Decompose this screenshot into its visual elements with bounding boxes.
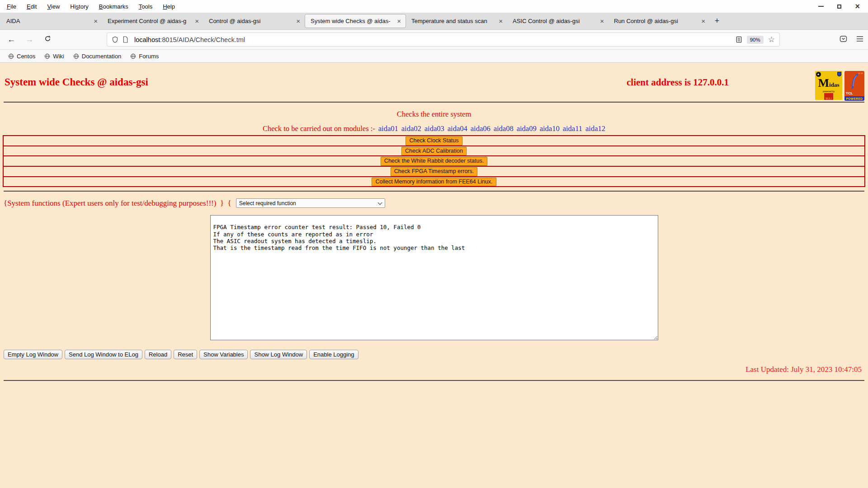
midas-powered-text: powered by bbox=[823, 90, 835, 93]
tab-close-icon[interactable]: × bbox=[496, 17, 505, 25]
tab-close-icon[interactable]: × bbox=[699, 17, 708, 25]
system-functions-row: {System functions (Expert users only for… bbox=[4, 198, 864, 208]
app-menu-icon[interactable] bbox=[856, 36, 863, 44]
action-button-enable-logging[interactable]: Enable Logging bbox=[309, 350, 358, 359]
check-row: Check the White Rabbit decoder status. bbox=[3, 156, 865, 166]
tcl-powered-logo: ”” TCL POWERED bbox=[844, 71, 864, 101]
tab-title: System wide Checks @ aidas- bbox=[311, 18, 395, 24]
module-link-aida01[interactable]: aida01 bbox=[378, 124, 398, 133]
log-window[interactable]: FPGA Timestamp error counter test result… bbox=[210, 215, 658, 340]
check-button-1[interactable]: Check Clock Status bbox=[406, 136, 462, 145]
tab-strip: AIDA×Experiment Control @ aidas-g×Contro… bbox=[1, 13, 710, 29]
check-button-4[interactable]: Check FPGA Timestamp errors. bbox=[391, 167, 477, 176]
module-link-aida03[interactable]: aida03 bbox=[425, 124, 444, 133]
module-link-aida02[interactable]: aida02 bbox=[401, 124, 421, 133]
menu-item-tools[interactable]: Tools bbox=[135, 1, 156, 12]
bookmark-label: Forums bbox=[139, 53, 159, 60]
check-row: Check FPGA Timestamp errors. bbox=[3, 166, 865, 177]
bookmark-label: Centos bbox=[17, 53, 35, 60]
zoom-level-indicator[interactable]: 90% bbox=[747, 36, 764, 44]
function-select[interactable]: Select required function bbox=[236, 198, 385, 208]
action-button-show-variables[interactable]: Show Variables bbox=[199, 350, 248, 359]
module-link-aida10[interactable]: aida10 bbox=[540, 124, 560, 133]
tab-7[interactable]: Run Control @ aidas-gsi× bbox=[609, 13, 710, 29]
divider bbox=[4, 380, 864, 381]
nav-buttons: ← → bbox=[4, 35, 55, 44]
toolbar-right-icons bbox=[840, 30, 863, 50]
pocket-icon[interactable] bbox=[840, 35, 847, 44]
tab-4[interactable]: System wide Checks @ aidas-× bbox=[305, 14, 406, 28]
module-link-aida04[interactable]: aida04 bbox=[448, 124, 467, 133]
maximize-icon[interactable] bbox=[837, 5, 841, 9]
new-tab-button[interactable]: + bbox=[710, 13, 724, 29]
tab-title: ASIC Control @ aidas-gsi bbox=[513, 18, 598, 24]
globe-icon bbox=[44, 53, 50, 59]
tab-title: AIDA bbox=[6, 18, 91, 24]
module-link-aida12[interactable]: aida12 bbox=[585, 124, 605, 133]
module-link-aida09[interactable]: aida09 bbox=[517, 124, 537, 133]
url-text: localhost:8015/AIDA/Check/Check.tml bbox=[134, 36, 245, 43]
tab-title: Control @ aidas-gsi bbox=[209, 18, 294, 24]
page-info-icon[interactable] bbox=[123, 36, 128, 43]
logos: Midas powered by TCL! ”” TCL POWERED bbox=[815, 71, 864, 101]
shield-icon[interactable] bbox=[112, 36, 118, 43]
tab-6[interactable]: ASIC Control @ aidas-gsi× bbox=[507, 13, 609, 29]
minimize-icon[interactable] bbox=[818, 6, 824, 7]
tab-close-icon[interactable]: × bbox=[91, 17, 100, 25]
bookmark-forums[interactable]: Forums bbox=[127, 52, 162, 61]
tab-close-icon[interactable]: × bbox=[598, 17, 606, 25]
bookmark-wiki[interactable]: Wiki bbox=[41, 52, 68, 61]
modules-links: aida01aida02aida03aida04aida06aida08aida… bbox=[375, 124, 605, 133]
bookmarks-bar: CentosWikiDocumentationForums bbox=[0, 50, 868, 63]
bookmark-centos[interactable]: Centos bbox=[5, 52, 39, 61]
divider bbox=[4, 191, 864, 192]
reader-mode-icon[interactable] bbox=[736, 36, 742, 43]
tab-close-icon[interactable]: × bbox=[294, 17, 302, 25]
page-header: System wide Checks @ aidas-gsi client ad… bbox=[0, 63, 868, 102]
module-link-aida06[interactable]: aida06 bbox=[471, 124, 491, 133]
close-icon[interactable]: × bbox=[855, 4, 860, 9]
modules-prefix: Check to be carried out on modules :- bbox=[263, 124, 375, 133]
tab-3[interactable]: Control @ aidas-gsi× bbox=[203, 13, 305, 29]
menu-item-bookmarks[interactable]: Bookmarks bbox=[95, 1, 132, 12]
action-buttons: Empty Log WindowSend Log Window to ELogR… bbox=[4, 350, 868, 359]
module-link-aida11[interactable]: aida11 bbox=[563, 124, 582, 133]
action-button-empty-log-window[interactable]: Empty Log Window bbox=[4, 350, 62, 359]
tab-2[interactable]: Experiment Control @ aidas-g× bbox=[102, 13, 203, 29]
tab-close-icon[interactable]: × bbox=[193, 17, 201, 25]
check-row: Collect Memory information from FEE64 Li… bbox=[3, 177, 865, 187]
midas-shield-icon bbox=[837, 72, 841, 76]
action-button-show-log-window[interactable]: Show Log Window bbox=[250, 350, 307, 359]
check-row: Check ADC Calibration bbox=[3, 146, 865, 156]
menu-bar: FileEditViewHistoryBookmarksToolsHelp × bbox=[0, 0, 868, 13]
bookmark-star-icon[interactable]: ☆ bbox=[768, 35, 775, 44]
menu-item-history[interactable]: History bbox=[66, 1, 92, 12]
tab-1[interactable]: AIDA× bbox=[1, 13, 102, 29]
browser-window: FileEditViewHistoryBookmarksToolsHelp × … bbox=[0, 0, 868, 487]
tcl-powered-text: POWERED bbox=[844, 96, 864, 101]
tab-close-icon[interactable]: × bbox=[395, 17, 403, 25]
action-button-reset[interactable]: Reset bbox=[174, 350, 197, 359]
tab-5[interactable]: Temperature and status scan× bbox=[406, 13, 507, 29]
bookmark-documentation[interactable]: Documentation bbox=[70, 52, 125, 61]
action-button-reload[interactable]: Reload bbox=[145, 350, 171, 359]
midas-logo-text: Midas bbox=[818, 76, 840, 90]
check-button-2[interactable]: Check ADC Calibration bbox=[401, 147, 467, 156]
check-button-3[interactable]: Check the White Rabbit decoder status. bbox=[381, 157, 487, 166]
tab-bar: AIDA×Experiment Control @ aidas-g×Contro… bbox=[0, 13, 868, 30]
module-link-aida08[interactable]: aida08 bbox=[494, 124, 514, 133]
bookmarks-bar-items: CentosWikiDocumentationForums bbox=[5, 52, 164, 61]
menu-item-view[interactable]: View bbox=[43, 1, 64, 12]
url-bar[interactable]: localhost:8015/AIDA/Check/Check.tml 90% … bbox=[107, 33, 780, 47]
bookmark-label: Wiki bbox=[53, 53, 64, 60]
menu-item-help[interactable]: Help bbox=[159, 1, 179, 12]
menu-item-file[interactable]: File bbox=[3, 1, 20, 12]
tab-title: Experiment Control @ aidas-g bbox=[108, 18, 193, 24]
check-button-5[interactable]: Collect Memory information from FEE64 Li… bbox=[372, 178, 496, 187]
menu-item-edit[interactable]: Edit bbox=[23, 1, 41, 12]
reload-icon[interactable] bbox=[40, 35, 55, 44]
client-address: client address is 127.0.0.1 bbox=[627, 77, 729, 88]
midas-emblem-icon bbox=[816, 72, 821, 77]
action-button-send-log-window-to-elog[interactable]: Send Log Window to ELog bbox=[65, 350, 142, 359]
back-icon[interactable]: ← bbox=[4, 35, 19, 44]
